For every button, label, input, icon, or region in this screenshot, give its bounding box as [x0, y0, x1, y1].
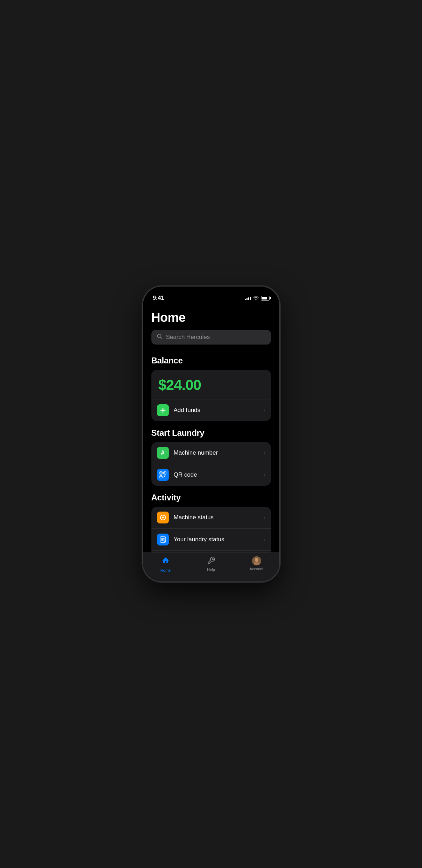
home-tab-label: Home	[160, 568, 171, 572]
laundry-status-icon	[157, 534, 169, 545]
add-funds-label: Add funds	[174, 407, 264, 414]
page-title: Home	[151, 310, 271, 325]
svg-rect-9	[164, 477, 164, 478]
add-funds-chevron: ›	[263, 407, 265, 413]
page-header: Home Search Hercules	[143, 305, 279, 349]
qr-code-chevron: ›	[263, 472, 265, 478]
balance-section: Balance $24.00 Add funds ›	[143, 349, 279, 421]
search-placeholder: Search Hercules	[166, 334, 210, 341]
machine-status-item[interactable]: Machine status ›	[151, 507, 271, 528]
svg-rect-7	[164, 476, 165, 477]
machine-number-item[interactable]: # Machine number ›	[151, 442, 271, 464]
account-tab-label: Account	[250, 567, 264, 571]
tab-bar: Home Help	[143, 552, 279, 581]
start-laundry-card: # Machine number ›	[151, 442, 271, 486]
svg-point-17	[255, 558, 258, 562]
machine-status-icon	[157, 512, 169, 523]
help-tab-label: Help	[207, 567, 215, 572]
balance-amount-row: $24.00	[151, 370, 271, 399]
svg-rect-4	[164, 472, 165, 473]
machine-number-chevron: ›	[263, 450, 265, 456]
svg-rect-6	[160, 476, 162, 477]
tab-account[interactable]: Account	[234, 556, 279, 571]
home-tab-icon	[162, 556, 170, 567]
svg-rect-10	[165, 477, 165, 477]
main-content: Home Search Hercules Balance	[143, 305, 279, 581]
status-time: 9:41	[153, 295, 164, 302]
machine-number-icon: #	[157, 447, 169, 459]
qr-code-item[interactable]: QR code ›	[151, 464, 271, 486]
svg-point-12	[162, 517, 164, 519]
add-funds-icon	[157, 404, 169, 416]
activity-section-title: Activity	[151, 493, 271, 502]
laundry-status-label: Your laundry status	[174, 536, 264, 543]
phone-frame: 9:41	[143, 287, 279, 581]
tab-help[interactable]: Help	[188, 556, 234, 572]
add-funds-item[interactable]: Add funds ›	[151, 399, 271, 421]
phone-screen: 9:41	[143, 287, 279, 581]
signal-icon	[245, 296, 251, 300]
balance-card: $24.00 Add funds ›	[151, 370, 271, 421]
qr-code-label: QR code	[174, 471, 264, 478]
dynamic-island	[190, 291, 232, 303]
balance-section-title: Balance	[151, 356, 271, 366]
svg-rect-2	[160, 472, 162, 473]
search-bar[interactable]: Search Hercules	[151, 330, 271, 345]
machine-status-label: Machine status	[174, 514, 264, 521]
tab-home[interactable]: Home	[143, 556, 188, 572]
start-laundry-section-title: Start Laundry	[151, 428, 271, 438]
machine-number-label: Machine number	[174, 449, 264, 456]
status-icons	[245, 295, 270, 301]
account-tab-avatar	[252, 556, 261, 565]
qr-code-icon	[157, 469, 169, 481]
search-icon	[157, 334, 163, 341]
svg-rect-8	[165, 476, 166, 476]
wifi-icon	[253, 295, 259, 301]
laundry-status-chevron: ›	[263, 536, 265, 543]
balance-value: $24.00	[158, 377, 201, 393]
machine-status-chevron: ›	[263, 514, 265, 521]
laundry-status-item[interactable]: Your laundry status ›	[151, 528, 271, 550]
battery-icon	[261, 296, 270, 301]
help-tab-icon	[207, 556, 215, 566]
start-laundry-section: Start Laundry # Machine number ›	[143, 421, 279, 486]
